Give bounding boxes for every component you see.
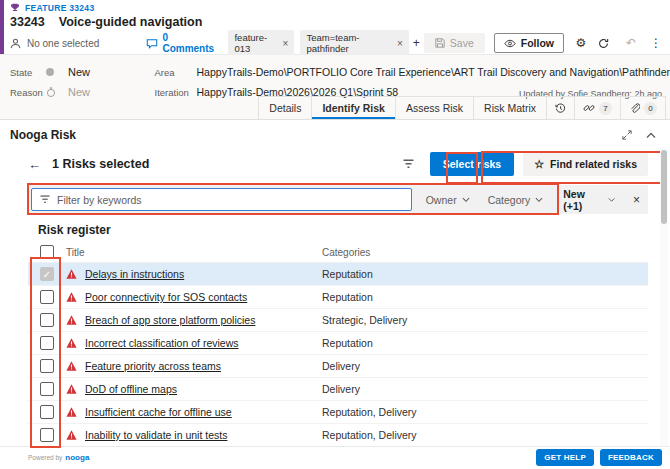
row-checkbox[interactable] bbox=[40, 405, 54, 419]
state-label: State bbox=[10, 67, 46, 78]
row-checkbox[interactable] bbox=[40, 290, 54, 304]
find-related-risks-button[interactable]: ☆ Find related risks bbox=[523, 153, 648, 176]
table-row[interactable]: Feature priority across teams Delivery bbox=[28, 355, 648, 378]
powered-by-text: Powered by bbox=[28, 454, 62, 461]
risk-title-link[interactable]: Breach of app store platform policies bbox=[85, 314, 322, 326]
tab-risk-matrix[interactable]: Risk Matrix bbox=[473, 96, 547, 119]
table-row[interactable]: Incorrect classification of reviews Repu… bbox=[28, 332, 648, 355]
nooga-logo[interactable]: nooga bbox=[65, 453, 89, 462]
work-item-title[interactable]: Voice-guided navigation bbox=[59, 15, 203, 29]
row-checkbox[interactable] bbox=[40, 359, 54, 373]
text-tabs: Details Identify Risk Assess Risk Risk M… bbox=[259, 96, 547, 119]
tab-identify-risk[interactable]: Identify Risk bbox=[311, 96, 395, 119]
undo-icon: ↶ bbox=[623, 36, 639, 50]
refresh-icon[interactable] bbox=[598, 38, 614, 49]
risk-categories: Delivery bbox=[322, 383, 648, 395]
find-related-label: Find related risks bbox=[550, 158, 637, 170]
clear-filters-button[interactable]: × bbox=[633, 193, 640, 207]
risk-title-link[interactable]: Poor connectivity for SOS contacts bbox=[85, 291, 322, 303]
comment-icon bbox=[146, 38, 158, 49]
risk-title-link[interactable]: DoD of offline maps bbox=[85, 383, 322, 395]
save-icon bbox=[435, 38, 445, 48]
person-icon bbox=[10, 38, 21, 49]
row-checkbox[interactable] bbox=[40, 336, 54, 350]
tab-assess-risk[interactable]: Assess Risk bbox=[395, 96, 474, 119]
risk-warning-icon bbox=[66, 407, 77, 417]
links-tab[interactable]: 7 bbox=[574, 96, 621, 119]
chevron-down-icon bbox=[608, 197, 615, 203]
tab-details[interactable]: Details bbox=[258, 96, 312, 119]
owner-filter-label: Owner bbox=[426, 194, 457, 206]
history-tab[interactable] bbox=[546, 96, 575, 119]
risk-categories: Reputation bbox=[322, 337, 648, 349]
tags-list: feature-013 × Team=team-pathfinder × bbox=[228, 30, 408, 56]
work-item-header: FEATURE 33243 33243 Voice-guided navigat… bbox=[0, 0, 670, 55]
area-value[interactable]: HappyTrails-Demo\PORTFOLIO Core Trail Ex… bbox=[197, 66, 670, 78]
table-row[interactable]: DoD of offline maps Delivery bbox=[28, 378, 648, 401]
row-checkbox[interactable] bbox=[40, 382, 54, 396]
get-help-button[interactable]: GET HELP bbox=[536, 449, 594, 466]
tag-pill[interactable]: feature-013 × bbox=[228, 30, 294, 56]
risk-categories: Reputation, Delivery bbox=[322, 406, 648, 418]
tag-pill[interactable]: Team=team-pathfinder × bbox=[300, 30, 408, 56]
follow-label: Follow bbox=[521, 37, 554, 49]
gear-icon[interactable]: ⚙ bbox=[573, 36, 589, 50]
select-risks-button[interactable]: Select risks bbox=[430, 152, 514, 176]
eye-icon bbox=[504, 39, 516, 48]
risk-title-link[interactable]: Insufficient cache for offline use bbox=[85, 406, 322, 418]
title-column-header: Title bbox=[66, 247, 322, 258]
tag-remove-icon[interactable]: × bbox=[283, 38, 289, 49]
chevron-down-icon bbox=[462, 197, 470, 203]
risk-title-link[interactable]: Incorrect classification of reviews bbox=[85, 337, 322, 349]
filter-toggle-button[interactable] bbox=[397, 152, 421, 176]
row-checkbox[interactable] bbox=[40, 428, 54, 442]
add-tag-button[interactable]: + bbox=[409, 36, 424, 50]
row-checkbox[interactable]: ✓ bbox=[40, 267, 54, 281]
table-row[interactable]: ✓ Delays in instructions Reputation bbox=[28, 263, 648, 286]
row-checkbox[interactable] bbox=[40, 313, 54, 327]
category-filter-label: Category bbox=[488, 194, 531, 206]
risk-warning-icon bbox=[66, 361, 77, 371]
select-all-checkbox[interactable] bbox=[40, 245, 54, 259]
back-arrow-icon[interactable]: ← bbox=[28, 157, 41, 172]
table-header-row: Title Categories bbox=[28, 242, 648, 263]
risk-title-link[interactable]: Inability to validate in unit tests bbox=[85, 429, 322, 441]
risk-title-link[interactable]: Delays in instructions bbox=[85, 268, 322, 280]
paperclip-icon bbox=[629, 102, 640, 114]
risk-warning-icon bbox=[66, 384, 77, 394]
attachments-count-badge: 0 bbox=[644, 102, 657, 115]
save-button[interactable]: Save bbox=[424, 33, 485, 53]
chevron-up-icon[interactable] bbox=[646, 132, 656, 139]
filter-placeholder: Filter by keywords bbox=[57, 194, 142, 206]
follow-button[interactable]: Follow bbox=[494, 33, 564, 53]
risk-categories: Reputation bbox=[322, 268, 648, 280]
category-filter-dropdown[interactable]: Category bbox=[488, 194, 544, 206]
risk-warning-icon bbox=[66, 315, 77, 325]
risk-title-link[interactable]: Feature priority across teams bbox=[85, 360, 322, 372]
save-label: Save bbox=[450, 37, 474, 49]
assignee-picker[interactable]: No one selected bbox=[10, 38, 146, 49]
expand-icon[interactable] bbox=[621, 129, 633, 141]
reason-value[interactable]: New bbox=[68, 86, 90, 98]
feature-color-bar bbox=[0, 0, 4, 54]
table-row[interactable]: Insufficient cache for offline use Reput… bbox=[28, 401, 648, 424]
kebab-menu-icon[interactable]: ⋮ bbox=[648, 36, 664, 50]
owner-filter-dropdown[interactable]: Owner bbox=[426, 194, 470, 206]
area-label: Area bbox=[155, 67, 197, 78]
state-filter-dropdown[interactable]: New (+1) bbox=[563, 188, 615, 212]
table-row[interactable]: Breach of app store platform policies St… bbox=[28, 309, 648, 332]
comments-button[interactable]: 0 Comments bbox=[146, 32, 216, 54]
keyword-filter-input[interactable]: Filter by keywords bbox=[31, 188, 412, 211]
feedback-button[interactable]: FEEDBACK bbox=[600, 449, 662, 466]
panel-footer: Powered by nooga GET HELP FEEDBACK bbox=[0, 446, 670, 468]
table-row[interactable]: Inability to validate in unit tests Repu… bbox=[28, 424, 648, 447]
state-value[interactable]: New bbox=[68, 66, 90, 78]
selection-count-text: 1 Risks selected bbox=[52, 157, 149, 171]
risk-register-title: Risk register bbox=[38, 223, 648, 242]
attachments-tab[interactable]: 0 bbox=[620, 96, 666, 119]
tag-remove-icon[interactable]: × bbox=[397, 38, 403, 49]
table-row[interactable]: Poor connectivity for SOS contacts Reput… bbox=[28, 286, 648, 309]
scrollbar-thumb[interactable] bbox=[661, 150, 667, 224]
nooga-risk-panel: Nooga Risk ← 1 Risks selected Select ris bbox=[0, 119, 670, 468]
tag-label: Team=team-pathfinder bbox=[306, 32, 392, 54]
